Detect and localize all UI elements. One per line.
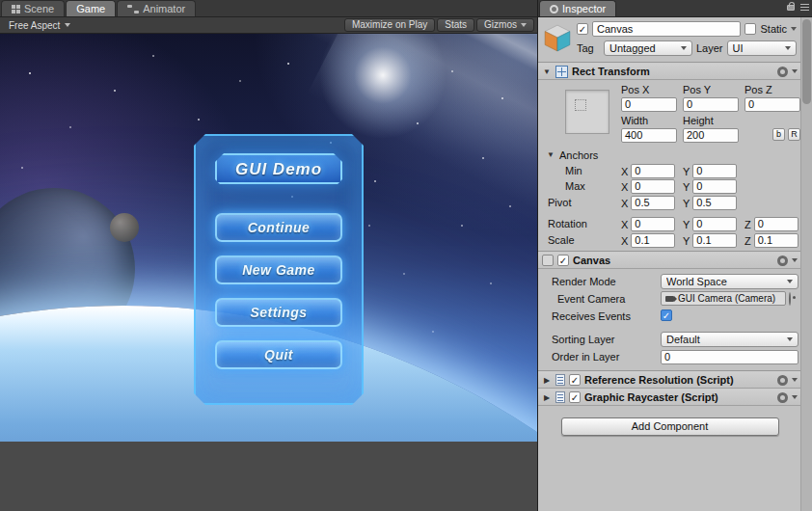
rotation-label: Rotation [548,218,587,229]
x-axis-label: X [621,198,628,209]
gui-menu-title: GUI Demo [215,153,342,184]
pos-x-field[interactable]: 0 [621,97,677,112]
tab-inspector[interactable]: Inspector [539,0,616,16]
graphic-raycaster-header[interactable]: Graphic Raycaster (Script) [538,389,801,406]
canvas-enabled-checkbox[interactable] [557,255,569,266]
gameobject-name-field[interactable]: Canvas [592,21,741,37]
foldout-icon[interactable] [542,393,552,402]
z-axis-label: Z [744,219,751,230]
quit-button[interactable]: Quit [215,340,342,369]
height-field[interactable]: 200 [683,128,739,143]
event-camera-object-field[interactable]: GUI Camera (Camera) [661,291,786,306]
anchor-preview-box[interactable] [565,90,609,134]
graphic-raycaster-enabled-checkbox[interactable] [569,391,581,403]
chevron-down-icon[interactable] [792,378,798,382]
blueprint-mode-button[interactable]: b [772,128,785,141]
tab-animator[interactable]: Animator [117,0,196,16]
reference-resolution-enabled-checkbox[interactable] [569,374,581,386]
foldout-icon[interactable] [542,376,552,385]
pos-y-col-label: Pos Y [683,84,711,95]
pos-z-field[interactable]: 0 [744,97,800,112]
receives-events-label: Receives Events [552,310,631,322]
y-axis-label: Y [683,166,690,177]
tag-dropdown[interactable]: Untagged [604,40,692,56]
order-in-layer-field[interactable]: 0 [661,350,798,364]
layer-dropdown[interactable]: UI [727,40,797,56]
scale-x-field[interactable]: 0.1 [631,233,675,248]
x-axis-label: X [621,181,628,193]
anchors-foldout-icon[interactable] [546,150,555,159]
anchor-max-y-field[interactable]: 0 [692,179,737,194]
static-label: Static [760,23,787,35]
lock-icon[interactable] [787,5,795,11]
anchor-min-y-field[interactable]: 0 [692,164,737,178]
object-picker-icon[interactable] [789,292,791,306]
foldout-icon[interactable] [542,67,552,76]
anchor-min-x-field[interactable]: 0 [631,164,675,178]
aspect-dropdown-label: Free Aspect [9,20,60,31]
left-tabstrip: Scene Game Animator [0,0,537,17]
raw-edit-mode-button[interactable]: R [788,128,800,141]
scale-y-field[interactable]: 0.1 [692,233,737,248]
receives-events-checkbox[interactable] [661,309,672,321]
y-axis-label: Y [683,181,690,193]
pos-y-field[interactable]: 0 [683,97,739,112]
inspector-scrollbar[interactable] [800,17,812,511]
y-axis-label: Y [683,219,690,230]
settings-button[interactable]: Settings [215,298,342,327]
canvas-component-icon [542,255,554,266]
panel-menu-icon[interactable] [800,4,809,11]
canvas-component-header[interactable]: Canvas [538,252,801,269]
rotation-x-field[interactable]: 0 [631,217,675,231]
chevron-down-icon [787,280,793,283]
gear-icon[interactable] [777,67,788,77]
rect-transform-icon [555,66,568,78]
unity-editor-window: Scene Game Animator Free Aspect Maximize… [0,0,812,511]
rotation-y-field[interactable]: 0 [692,217,737,231]
pivot-y-field[interactable]: 0.5 [692,196,737,210]
rect-transform-header[interactable]: Rect Transform [538,63,801,80]
aspect-dropdown[interactable]: Free Aspect [3,18,76,33]
static-dropdown-icon[interactable] [791,27,797,31]
scrollbar-thumb[interactable] [802,19,811,104]
sorting-layer-label: Sorting Layer [552,334,614,345]
gear-icon[interactable] [777,256,788,266]
sorting-layer-dropdown[interactable]: Default [661,332,798,347]
anchor-max-x-field[interactable]: 0 [631,179,675,194]
camera-icon [665,296,674,302]
render-mode-dropdown[interactable]: World Space [661,274,798,289]
scale-z-field[interactable]: 0.1 [754,233,798,248]
static-checkbox[interactable] [744,23,756,35]
maximize-on-play-button[interactable]: Maximize on Play [344,18,435,32]
rotation-z-field[interactable]: 0 [754,217,798,231]
anchors-label: Anchors [559,149,598,161]
tab-scene[interactable]: Scene [1,0,65,16]
chevron-down-icon[interactable] [792,69,798,73]
gizmos-dropdown[interactable]: Gizmos [476,18,534,32]
x-axis-label: X [621,166,628,177]
gear-icon[interactable] [777,375,788,386]
x-axis-label: X [621,235,628,247]
add-component-button[interactable]: Add Component [561,417,779,436]
graphic-raycaster-title: Graphic Raycaster (Script) [584,391,773,403]
chevron-down-icon [681,46,687,50]
gear-icon[interactable] [777,392,788,403]
stats-button[interactable]: Stats [437,18,474,32]
new-game-button[interactable]: New Game [215,256,342,284]
render-mode-label: Render Mode [552,276,616,287]
z-axis-label: Z [744,235,751,247]
chevron-down-icon [521,23,527,27]
reference-resolution-header[interactable]: Reference Resolution (Script) [538,371,801,389]
pivot-x-field[interactable]: 0.5 [631,196,675,210]
chevron-down-icon[interactable] [792,258,798,262]
gameobject-cube-icon[interactable] [543,23,572,52]
active-checkbox[interactable] [577,23,588,35]
chevron-down-icon[interactable] [792,395,798,399]
continue-button[interactable]: Continue [215,213,342,242]
pos-z-col-label: Pos Z [744,84,772,95]
script-icon [555,374,565,386]
inspector-body: Canvas Static Tag Untagged Layer U [538,17,801,511]
tab-game[interactable]: Game [66,0,116,16]
width-field[interactable]: 400 [621,128,677,143]
rect-transform-body: Pos X Pos Y Pos Z 0 0 0 Width Height 400… [538,80,801,252]
